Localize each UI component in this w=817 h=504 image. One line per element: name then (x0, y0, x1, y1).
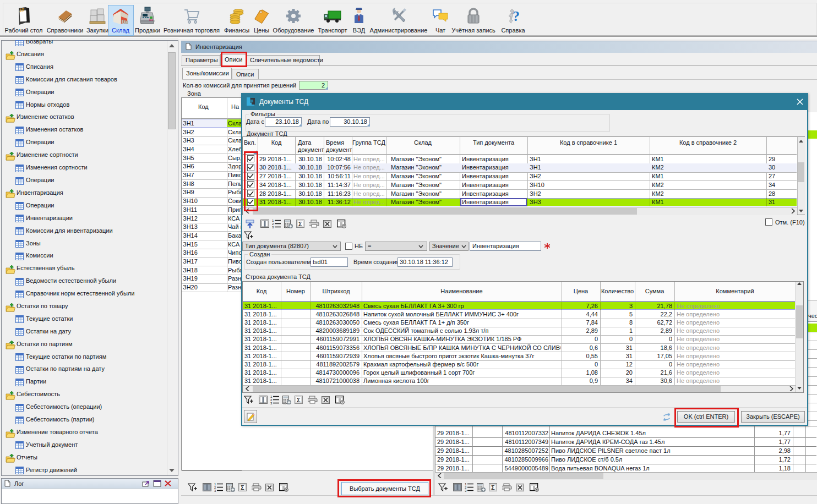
svg-text:3: 3 (272, 226, 274, 228)
svg-text:Σ: Σ (297, 397, 301, 403)
svg-text:Σ: Σ (241, 484, 244, 491)
svg-text:3: 3 (465, 489, 467, 492)
svg-text:3: 3 (270, 402, 273, 404)
svg-text:Σ: Σ (298, 221, 302, 227)
svg-text:10: 10 (19, 7, 25, 13)
svg-text:3: 3 (214, 489, 216, 492)
svg-text:Σ: Σ (491, 484, 495, 491)
svg-text:?: ? (513, 8, 520, 24)
